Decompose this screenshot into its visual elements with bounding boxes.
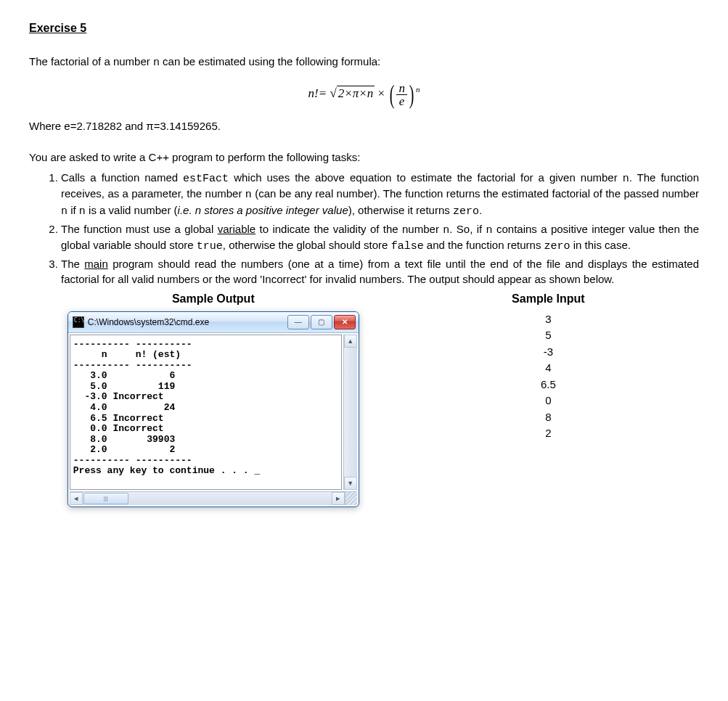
scroll-thumb[interactable]: ||| [83, 493, 128, 504]
text: is a valid number ( [86, 204, 178, 216]
formula: n!= √2×π×n × (ne)n [29, 79, 699, 110]
underline-text: variable [218, 223, 256, 235]
code: true [197, 240, 223, 253]
resize-grip-icon[interactable] [345, 492, 357, 505]
text: if [68, 204, 79, 216]
text: , otherwise the global should store [223, 239, 391, 251]
text: The [61, 258, 84, 270]
close-button[interactable]: ✕ [334, 315, 356, 329]
task-2: The function must use a global variable … [61, 222, 699, 255]
tasks-intro: You are asked to write a C++ program to … [29, 151, 699, 163]
scroll-up-arrow-icon[interactable]: ▲ [344, 335, 357, 348]
formula-lhs: n!= [308, 86, 327, 100]
sample-output-col: Sample Output C:\ C:\Windows\system32\cm… [29, 292, 398, 507]
cmd-titlebar: C:\ C:\Windows\system32\cmd.exe — ▢ ✕ [68, 312, 359, 333]
sqrt-symbol: √ [330, 86, 336, 100]
text: which uses the above equation to estimat… [229, 171, 623, 184]
text: The function must use a global [61, 223, 218, 235]
minimize-button[interactable]: — [287, 315, 309, 329]
code: estFact [183, 173, 229, 185]
sample-output-heading: Sample Output [29, 292, 398, 306]
window-buttons: — ▢ ✕ [287, 315, 356, 329]
samples-row: Sample Output C:\ C:\Windows\system32\cm… [29, 292, 699, 507]
code: n [486, 224, 493, 237]
horizontal-scrollbar[interactable]: ◄ ||| ► [70, 491, 357, 505]
task-list: Calls a function named estFact which use… [29, 171, 699, 287]
italic-text: i.e. n stores a positive integer value [178, 204, 348, 216]
text: program should read the numbers (one at … [61, 258, 699, 284]
paren-left: ( [390, 79, 395, 110]
paren-right: ) [409, 79, 414, 110]
code: n [443, 224, 449, 237]
intro-paragraph: The factorial of a number n can be estim… [29, 55, 699, 69]
text: and the function returns [424, 239, 544, 251]
constants-line: Where e=2.718282 and π=3.14159265. [29, 120, 699, 132]
fraction: ne [396, 82, 407, 107]
cmd-output: ---------- ---------- n n! (est) -------… [70, 335, 342, 490]
cmd-window: C:\ C:\Windows\system32\cmd.exe — ▢ ✕ --… [68, 311, 359, 507]
underline-text: main [84, 258, 108, 270]
text: can be estimated using the following for… [160, 55, 380, 67]
times: × [378, 86, 388, 100]
text: Calls a function named [61, 171, 183, 184]
exponent: n [416, 85, 420, 94]
text: (can be any real number). The function r… [252, 187, 699, 200]
maximize-button[interactable]: ▢ [311, 315, 332, 329]
scroll-left-arrow-icon[interactable]: ◄ [70, 492, 83, 505]
sample-input-heading: Sample Input [398, 292, 699, 306]
frac-num: n [396, 82, 407, 95]
cmd-title-text: C:\Windows\system32\cmd.exe [88, 317, 287, 327]
frac-den: e [396, 95, 407, 107]
sqrt-content: 2×π×n [337, 86, 375, 100]
code: n [245, 189, 252, 201]
code: zero [453, 205, 479, 218]
code-n: n [153, 57, 160, 69]
code: n [623, 173, 629, 185]
task-3: The main program should read the numbers… [61, 257, 699, 287]
sample-input-col: Sample Input 35-346.5082 [398, 292, 699, 507]
scroll-track-h[interactable] [129, 492, 332, 505]
task-1: Calls a function named estFact which use… [61, 171, 699, 219]
exercise-title: Exercise 5 [29, 22, 699, 35]
cmd-icon: C:\ [73, 316, 84, 328]
cmd-body-wrap: ---------- ---------- n n! (est) -------… [68, 333, 359, 491]
scroll-track[interactable] [344, 348, 357, 477]
text: . [479, 204, 482, 216]
vertical-scrollbar[interactable]: ▲ ▼ [343, 335, 357, 490]
code: n [79, 205, 86, 218]
text: The factorial of a number [29, 55, 153, 67]
text: 2×π×n [338, 86, 373, 100]
scroll-right-arrow-icon[interactable]: ► [332, 492, 345, 505]
text: to indicate the validity of the number [255, 223, 443, 235]
code: zero [544, 240, 570, 253]
sample-input-values: 35-346.5082 [541, 311, 556, 442]
scroll-down-arrow-icon[interactable]: ▼ [344, 477, 357, 490]
text: . So, if [449, 223, 486, 235]
text: in this case. [570, 239, 631, 251]
text: ), otherwise it returns [348, 204, 453, 216]
code: n [61, 205, 68, 218]
code: false [391, 240, 424, 253]
